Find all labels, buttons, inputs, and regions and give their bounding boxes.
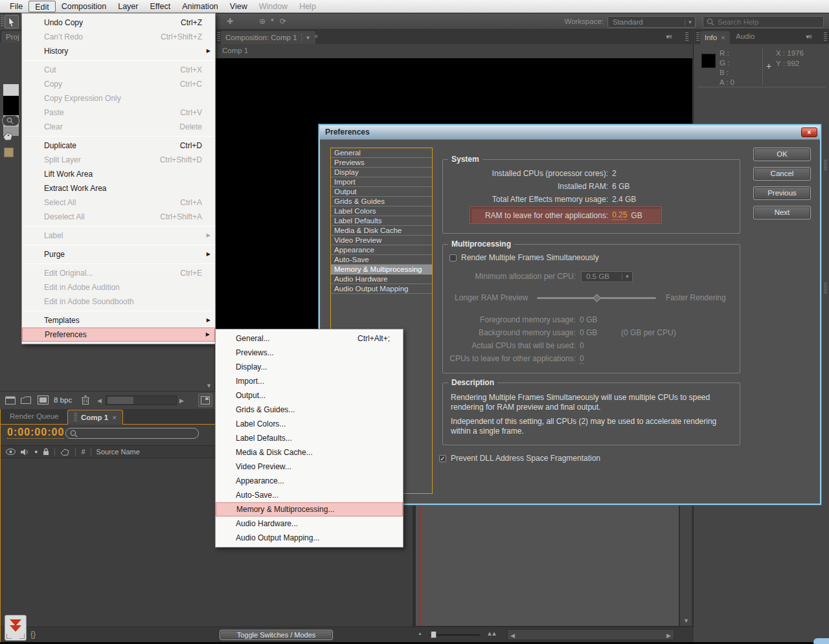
menu-item-edit-in-soundbooth[interactable]: Edit in Adobe Soundbooth bbox=[22, 294, 215, 309]
workspace-dropdown[interactable]: Standard ▼ bbox=[608, 16, 696, 28]
menu-window[interactable]: Window bbox=[253, 1, 293, 12]
previous-button[interactable]: Previous bbox=[753, 186, 811, 200]
delete-trash-icon[interactable] bbox=[82, 395, 89, 405]
scroll-left-icon[interactable]: ◀ bbox=[97, 397, 102, 404]
menu-item-cut[interactable]: CutCtrl+X bbox=[22, 63, 215, 77]
category-media-disk-cache[interactable]: Media & Disk Cache bbox=[331, 226, 432, 236]
panel-grip[interactable] bbox=[824, 32, 827, 42]
cpus-to-leave-value[interactable]: 0 bbox=[580, 354, 584, 364]
category-audio-output-mapping[interactable]: Audio Output Mapping bbox=[331, 284, 432, 294]
category-display[interactable]: Display bbox=[331, 168, 432, 177]
tab-render-queue[interactable]: Render Queue bbox=[10, 412, 58, 420]
tab-info[interactable]: Info × bbox=[700, 31, 730, 44]
flowchart-button[interactable] bbox=[5, 615, 27, 641]
move-anchor-tool-icon[interactable]: ✚ bbox=[227, 17, 233, 26]
tab-comp-1[interactable]: Comp 1 × bbox=[67, 410, 123, 425]
submenu-item-audio-hardware[interactable]: Audio Hardware... bbox=[216, 516, 403, 531]
lock-icon[interactable] bbox=[43, 448, 49, 456]
menu-item-clear[interactable]: ClearDelete bbox=[22, 120, 215, 134]
dialog-titlebar[interactable]: Preferences bbox=[320, 126, 820, 140]
prevent-dll-checkbox[interactable]: ✓ bbox=[439, 455, 446, 462]
submenu-item-auto-save[interactable]: Auto-Save... bbox=[216, 488, 403, 502]
zoom-slider-thumb[interactable] bbox=[431, 631, 437, 638]
slider-thumb[interactable] bbox=[593, 294, 601, 302]
dot-tool-icon[interactable]: ● bbox=[271, 17, 274, 23]
menu-item-copy[interactable]: CopyCtrl+C bbox=[22, 77, 215, 91]
category-import[interactable]: Import bbox=[331, 177, 432, 187]
menu-layer[interactable]: Layer bbox=[112, 1, 144, 12]
solo-icon[interactable]: ● bbox=[34, 449, 38, 455]
next-button[interactable]: Next bbox=[753, 206, 811, 219]
selection-tool-button[interactable] bbox=[5, 15, 19, 28]
project-vscroll-down-icon[interactable]: ▼ bbox=[206, 383, 212, 389]
panel-grip[interactable] bbox=[217, 32, 220, 42]
label-color-swatch[interactable] bbox=[4, 148, 14, 157]
menu-help[interactable]: Help bbox=[293, 1, 322, 12]
category-appearance[interactable]: Appearance bbox=[331, 245, 432, 255]
panel-maximize-icon[interactable] bbox=[198, 394, 212, 407]
menu-effect[interactable]: Effect bbox=[144, 1, 176, 12]
panel-menu-icon[interactable]: ▾≡ bbox=[666, 33, 672, 40]
menu-item-duplicate[interactable]: DuplicateCtrl+D bbox=[22, 139, 215, 153]
min-allocation-dropdown[interactable]: 0.5 GB ▼ bbox=[581, 271, 633, 282]
toggle-switches-modes-button[interactable]: Toggle Switches / Modes bbox=[220, 630, 333, 640]
menu-item-copy-expression-only[interactable]: Copy Expression Only bbox=[22, 91, 215, 105]
scroll-down-icon[interactable]: ▼ bbox=[683, 617, 689, 624]
expand-collapse-icon[interactable]: {} bbox=[30, 630, 36, 639]
category-output[interactable]: Output bbox=[331, 187, 432, 197]
menu-item-select-all[interactable]: Select AllCtrl+A bbox=[22, 195, 215, 210]
category-general[interactable]: General bbox=[331, 148, 432, 158]
menu-file[interactable]: File bbox=[4, 1, 28, 12]
tab-audio[interactable]: Audio bbox=[736, 32, 755, 40]
current-timecode[interactable]: 0:00:00:00 bbox=[7, 427, 64, 439]
close-icon[interactable]: × bbox=[112, 414, 117, 421]
panel-grip[interactable] bbox=[1, 16, 4, 27]
close-icon[interactable]: × bbox=[721, 34, 725, 41]
menu-animation[interactable]: Animation bbox=[176, 1, 224, 12]
scroll-left-icon[interactable]: ◀ bbox=[510, 632, 515, 639]
category-previews[interactable]: Previews bbox=[331, 158, 432, 168]
new-folder-icon[interactable] bbox=[21, 396, 31, 404]
source-name-column[interactable]: Source Name bbox=[97, 448, 140, 456]
submenu-item-previews[interactable]: Previews... bbox=[216, 346, 403, 360]
submenu-item-label-colors[interactable]: Label Colors... bbox=[216, 417, 403, 431]
menu-view[interactable]: View bbox=[224, 1, 253, 12]
menu-edit[interactable]: Edit bbox=[28, 1, 56, 12]
menu-item-undo-copy[interactable]: Undo CopyCtrl+Z bbox=[22, 16, 215, 30]
category-label-defaults[interactable]: Label Defaults bbox=[331, 216, 432, 226]
zoom-out-mountain-icon[interactable]: ▲ bbox=[418, 631, 422, 636]
menu-item-purge[interactable]: Purge▶ bbox=[22, 247, 215, 261]
submenu-item-import[interactable]: Import... bbox=[216, 374, 403, 388]
chevron-down-icon[interactable]: ▼ bbox=[306, 35, 311, 41]
menu-item-label[interactable]: Label▶ bbox=[22, 228, 215, 243]
menu-composition[interactable]: Composition bbox=[56, 1, 112, 12]
project-hscrollbar[interactable] bbox=[106, 395, 177, 405]
new-composition-icon[interactable] bbox=[38, 395, 49, 405]
scroll-right-icon[interactable]: ▶ bbox=[179, 397, 184, 404]
submenu-item-label-defaults[interactable]: Label Defaults... bbox=[216, 431, 403, 445]
cancel-button[interactable]: Cancel bbox=[753, 167, 811, 181]
interpret-footage-icon[interactable] bbox=[5, 396, 16, 405]
panel-menu-icon[interactable]: ▾≡ bbox=[806, 33, 812, 40]
panel-grip[interactable] bbox=[824, 283, 827, 293]
anchor-tool-icon[interactable]: ⊕ bbox=[259, 17, 266, 26]
menu-item-extract-work-area[interactable]: Extract Work Area bbox=[22, 181, 215, 195]
render-multiple-frames-checkbox[interactable] bbox=[449, 254, 457, 261]
submenu-item-media-disk-cache[interactable]: Media & Disk Cache... bbox=[216, 445, 403, 460]
submenu-item-video-preview[interactable]: Video Preview... bbox=[216, 460, 403, 474]
rotate-tool-icon[interactable]: ⟳ bbox=[280, 17, 286, 26]
timeline-zoom-slider[interactable] bbox=[429, 634, 480, 636]
submenu-item-output[interactable]: Output... bbox=[216, 388, 403, 403]
tab-project[interactable]: Proj bbox=[1, 31, 23, 43]
category-label-colors[interactable]: Label Colors bbox=[331, 206, 432, 216]
submenu-item-grids-guides[interactable]: Grids & Guides... bbox=[216, 403, 403, 417]
panel-grip[interactable] bbox=[685, 32, 688, 42]
submenu-item-audio-output-mapping[interactable]: Audio Output Mapping... bbox=[216, 531, 403, 545]
label-tag-icon[interactable] bbox=[3, 132, 14, 141]
audio-speaker-icon[interactable] bbox=[21, 449, 29, 456]
menu-item-split-layer[interactable]: Split LayerCtrl+Shift+D bbox=[22, 153, 215, 167]
submenu-item-general[interactable]: General...Ctrl+Alt+; bbox=[216, 331, 403, 346]
category-video-preview[interactable]: Video Preview bbox=[331, 236, 432, 245]
panel-grip[interactable] bbox=[824, 160, 827, 170]
menu-item-paste[interactable]: PasteCtrl+V bbox=[22, 105, 215, 120]
